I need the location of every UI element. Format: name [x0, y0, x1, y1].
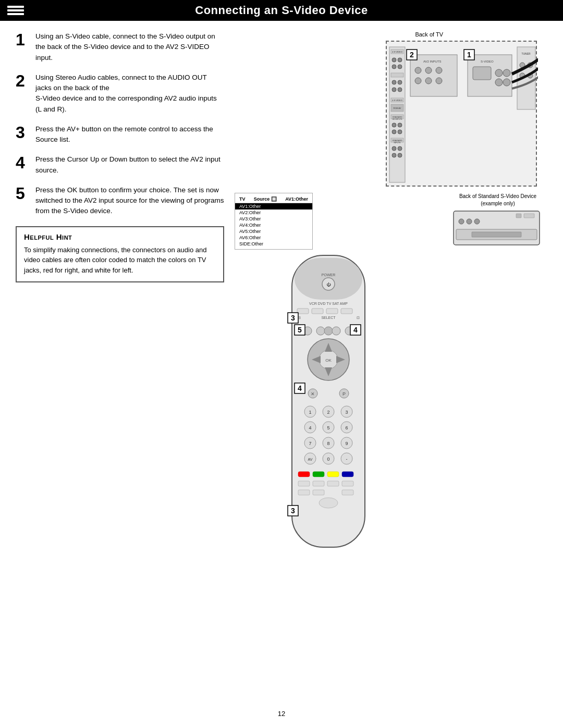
page-number: 12 — [278, 710, 285, 718]
source-menu-source: Source 🔲 — [254, 196, 277, 202]
svg-rect-135 — [298, 490, 310, 495]
svg-text:6: 6 — [345, 425, 348, 430]
svg-rect-137 — [342, 490, 353, 495]
svg-point-41 — [415, 67, 421, 73]
svg-rect-128 — [313, 472, 324, 477]
svg-point-24 — [392, 130, 396, 134]
svg-point-6 — [392, 58, 396, 62]
source-menu-item-av1: AV1:Other — [235, 203, 312, 209]
svg-point-8 — [392, 65, 396, 69]
svg-text:P: P — [342, 391, 346, 397]
svg-point-84 — [332, 327, 340, 335]
svg-text:3: 3 — [291, 507, 295, 515]
source-menu-selected: AV1:Other — [285, 196, 308, 202]
svg-point-61 — [474, 219, 480, 224]
svg-text:4: 4 — [353, 326, 358, 334]
step-5: 5 Press the OK button to confirm your ch… — [16, 185, 224, 217]
source-menu-item-av2: AV2:Other — [235, 209, 312, 216]
svg-point-31 — [392, 153, 396, 157]
svideo-device-image — [451, 206, 542, 248]
svg-point-7 — [398, 58, 402, 62]
remote-svg: POWER ⏻ VCR DVD TV SAT AMP ⊟ SELECT ⊡ — [276, 250, 381, 552]
svg-text:9: 9 — [345, 441, 348, 446]
svg-point-44 — [415, 78, 421, 84]
svg-rect-1 — [7, 9, 24, 11]
svg-point-11 — [392, 80, 396, 84]
svg-text:3: 3 — [291, 314, 295, 322]
step-4-number: 4 — [16, 154, 35, 171]
hint-text: To simplify making connections, the conn… — [24, 245, 216, 276]
svg-point-25 — [398, 130, 402, 134]
svg-point-14 — [398, 88, 402, 92]
svg-rect-2 — [7, 13, 24, 15]
left-column: 1 Using an S-Video cable, connect to the… — [16, 31, 235, 396]
svg-text:AV2 INPUTS: AV2 INPUTS — [423, 60, 442, 63]
tv-back-panel: 4·S·VIDEO 4·S·VIDEO RGB·AV — [386, 41, 537, 187]
svg-point-29 — [392, 146, 396, 151]
source-menu-tv: TV — [239, 196, 246, 202]
svg-point-32 — [398, 153, 402, 157]
svg-rect-73 — [312, 309, 323, 314]
tv-back-label: Back of TV — [415, 31, 443, 38]
step-3-number: 3 — [16, 124, 35, 141]
svg-text:✕: ✕ — [311, 391, 315, 397]
svg-rect-132 — [313, 481, 324, 486]
step-4-text: Press the Cursor Up or Down button to se… — [35, 154, 224, 176]
svideo-device-label: Back of Standard S-Video Device (example… — [454, 193, 542, 207]
svg-text:AV: AV — [308, 458, 313, 461]
step-5-number: 5 — [16, 185, 35, 202]
svg-text:7: 7 — [309, 441, 311, 446]
source-menu-item-av6: AV6:Other — [235, 235, 312, 241]
cable-icon — [6, 3, 25, 18]
svg-text:5: 5 — [298, 326, 302, 334]
svg-point-12 — [398, 80, 402, 84]
source-menu: TV Source 🔲 AV1:Other AV1:Other AV2:Othe… — [235, 193, 313, 250]
svg-text:4: 4 — [298, 384, 302, 392]
helpful-hint-box: Helpful Hint To simplify making connecti… — [16, 226, 224, 283]
svg-rect-136 — [313, 490, 324, 495]
svg-point-42 — [425, 67, 432, 73]
svg-rect-131 — [298, 481, 310, 486]
svg-rect-134 — [342, 481, 353, 486]
svg-text:TUNER: TUNER — [521, 52, 531, 55]
step-3: 3 Press the AV+ button on the remote con… — [16, 124, 224, 145]
svg-rect-49 — [473, 67, 491, 80]
svg-text:4: 4 — [309, 425, 311, 430]
step-1-number: 1 — [16, 31, 35, 48]
svg-point-52 — [495, 79, 503, 86]
svg-rect-133 — [327, 481, 339, 486]
svg-rect-0 — [7, 6, 24, 8]
step-3-text: Press the AV+ button on the remote contr… — [35, 124, 224, 145]
svg-point-59 — [459, 219, 464, 224]
step-2-text: Using Stereo Audio cables, connect to th… — [35, 72, 224, 115]
svg-rect-74 — [326, 309, 338, 314]
main-content: 1 Using an S-Video cable, connect to the… — [0, 21, 563, 406]
svg-text:3: 3 — [345, 410, 348, 415]
svg-point-45 — [425, 78, 432, 84]
svg-text:5: 5 — [327, 425, 329, 430]
svg-point-138 — [319, 498, 338, 508]
tv-panel-svg: 4·S·VIDEO 4·S·VIDEO RGB·AV — [387, 42, 538, 188]
step-4: 4 Press the Cursor Up or Down button to … — [16, 154, 224, 176]
svg-point-83 — [324, 327, 333, 335]
page-header: Connecting an S-Video Device — [0, 0, 563, 21]
hint-title: Helpful Hint — [24, 232, 216, 241]
step-1-text: Using an S-Video cable, connect to the S… — [35, 31, 224, 63]
source-menu-item-av4: AV4:Other — [235, 222, 312, 228]
step-2-number: 2 — [16, 72, 35, 89]
svg-point-46 — [436, 78, 442, 84]
svg-text:0: 0 — [327, 456, 329, 462]
svg-text:1: 1 — [467, 51, 471, 59]
svg-point-30 — [398, 146, 402, 151]
svg-text:-: - — [346, 456, 348, 462]
step-2: 2 Using Stereo Audio cables, connect to … — [16, 72, 224, 115]
svg-text:2: 2 — [327, 410, 329, 415]
svg-rect-130 — [342, 472, 353, 477]
svg-text:4·S·VIDEO: 4·S·VIDEO — [392, 99, 402, 102]
svg-point-60 — [467, 219, 472, 224]
svg-text:RGB·AV: RGB·AV — [394, 107, 401, 109]
svg-rect-75 — [341, 309, 352, 314]
svg-text:SELECT: SELECT — [321, 316, 336, 319]
svg-point-51 — [503, 69, 510, 77]
remote-control: POWER ⏻ VCR DVD TV SAT AMP ⊟ SELECT ⊡ — [276, 250, 381, 552]
